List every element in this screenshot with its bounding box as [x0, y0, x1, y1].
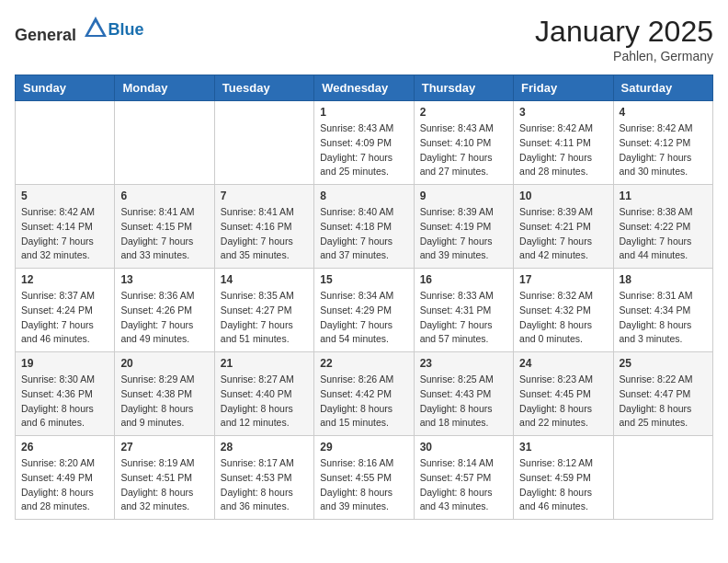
day-info: Sunrise: 8:37 AMSunset: 4:24 PMDaylight:…: [21, 289, 108, 347]
weekday-header: Wednesday: [314, 75, 414, 101]
location-title: Pahlen, Germany: [535, 49, 713, 63]
day-number: 19: [21, 357, 108, 370]
calendar-day-cell: [613, 436, 712, 520]
calendar-day-cell: 27Sunrise: 8:19 AMSunset: 4:51 PMDayligh…: [115, 436, 214, 520]
day-info: Sunrise: 8:16 AMSunset: 4:55 PMDaylight:…: [320, 456, 407, 514]
day-number: 18: [620, 273, 707, 286]
day-info: Sunrise: 8:34 AMSunset: 4:29 PMDaylight:…: [320, 289, 407, 347]
calendar-day-cell: [214, 101, 313, 185]
day-info: Sunrise: 8:43 AMSunset: 4:10 PMDaylight:…: [420, 121, 507, 179]
title-section: January 2025 Pahlen, Germany: [535, 15, 713, 63]
day-info: Sunrise: 8:40 AMSunset: 4:18 PMDaylight:…: [320, 205, 407, 263]
day-info: Sunrise: 8:29 AMSunset: 4:38 PMDaylight:…: [120, 373, 208, 431]
day-number: 24: [519, 357, 607, 370]
day-number: 31: [519, 441, 607, 454]
weekday-header: Thursday: [414, 75, 513, 101]
day-number: 6: [120, 190, 208, 202]
day-number: 12: [21, 273, 108, 286]
day-number: 17: [519, 273, 607, 286]
calendar-day-cell: 26Sunrise: 8:20 AMSunset: 4:49 PMDayligh…: [16, 436, 115, 520]
day-number: 25: [620, 357, 707, 370]
day-number: 28: [221, 441, 308, 454]
calendar-day-cell: 14Sunrise: 8:35 AMSunset: 4:27 PMDayligh…: [214, 269, 313, 352]
calendar-day-cell: 18Sunrise: 8:31 AMSunset: 4:34 PMDayligh…: [613, 269, 712, 352]
day-number: 11: [620, 190, 707, 202]
day-number: 5: [21, 190, 108, 202]
calendar-day-cell: 29Sunrise: 8:16 AMSunset: 4:55 PMDayligh…: [314, 436, 414, 520]
day-info: Sunrise: 8:35 AMSunset: 4:27 PMDaylight:…: [221, 289, 308, 347]
day-info: Sunrise: 8:42 AMSunset: 4:12 PMDaylight:…: [620, 121, 707, 179]
day-number: 21: [221, 357, 308, 370]
calendar-day-cell: 7Sunrise: 8:41 AMSunset: 4:16 PMDaylight…: [214, 185, 313, 269]
weekday-header: Saturday: [613, 75, 712, 101]
day-number: 4: [620, 106, 707, 119]
calendar-table: SundayMondayTuesdayWednesdayThursdayFrid…: [15, 75, 713, 520]
logo-blue: Blue: [108, 20, 144, 39]
day-number: 20: [120, 357, 208, 370]
calendar-day-cell: 3Sunrise: 8:42 AMSunset: 4:11 PMDaylight…: [514, 101, 613, 185]
calendar-day-cell: 5Sunrise: 8:42 AMSunset: 4:14 PMDaylight…: [16, 185, 115, 269]
day-info: Sunrise: 8:26 AMSunset: 4:42 PMDaylight:…: [320, 373, 407, 431]
day-info: Sunrise: 8:31 AMSunset: 4:34 PMDaylight:…: [620, 289, 707, 347]
calendar-day-cell: 21Sunrise: 8:27 AMSunset: 4:40 PMDayligh…: [214, 352, 313, 436]
day-number: 2: [420, 106, 507, 119]
logo-general: General: [15, 26, 76, 44]
day-info: Sunrise: 8:30 AMSunset: 4:36 PMDaylight:…: [21, 373, 108, 431]
calendar-day-cell: 31Sunrise: 8:12 AMSunset: 4:59 PMDayligh…: [514, 436, 613, 520]
calendar-week-row: 26Sunrise: 8:20 AMSunset: 4:49 PMDayligh…: [16, 436, 713, 520]
calendar-day-cell: 6Sunrise: 8:41 AMSunset: 4:15 PMDaylight…: [115, 185, 214, 269]
day-number: 13: [120, 273, 208, 286]
calendar-day-cell: [115, 101, 214, 185]
day-info: Sunrise: 8:39 AMSunset: 4:21 PMDaylight:…: [519, 205, 607, 263]
calendar-day-cell: 24Sunrise: 8:23 AMSunset: 4:45 PMDayligh…: [514, 352, 613, 436]
logo: General Blue: [15, 15, 144, 45]
calendar-day-cell: 30Sunrise: 8:14 AMSunset: 4:57 PMDayligh…: [414, 436, 513, 520]
day-number: 22: [320, 357, 407, 370]
calendar-header-row: SundayMondayTuesdayWednesdayThursdayFrid…: [16, 75, 713, 101]
calendar-day-cell: 1Sunrise: 8:43 AMSunset: 4:09 PMDaylight…: [314, 101, 414, 185]
day-info: Sunrise: 8:27 AMSunset: 4:40 PMDaylight:…: [221, 373, 308, 431]
weekday-header: Sunday: [16, 75, 115, 101]
day-info: Sunrise: 8:43 AMSunset: 4:09 PMDaylight:…: [320, 121, 407, 179]
day-info: Sunrise: 8:14 AMSunset: 4:57 PMDaylight:…: [420, 456, 507, 514]
calendar-day-cell: 10Sunrise: 8:39 AMSunset: 4:21 PMDayligh…: [514, 185, 613, 269]
calendar-week-row: 1Sunrise: 8:43 AMSunset: 4:09 PMDaylight…: [16, 101, 713, 185]
logo-icon: [83, 15, 108, 40]
day-number: 9: [420, 190, 507, 202]
calendar-day-cell: 22Sunrise: 8:26 AMSunset: 4:42 PMDayligh…: [314, 352, 414, 436]
calendar-week-row: 12Sunrise: 8:37 AMSunset: 4:24 PMDayligh…: [16, 269, 713, 352]
calendar-day-cell: 12Sunrise: 8:37 AMSunset: 4:24 PMDayligh…: [16, 269, 115, 352]
calendar-day-cell: 11Sunrise: 8:38 AMSunset: 4:22 PMDayligh…: [613, 185, 712, 269]
calendar-day-cell: 15Sunrise: 8:34 AMSunset: 4:29 PMDayligh…: [314, 269, 414, 352]
day-number: 15: [320, 273, 407, 286]
weekday-header: Monday: [115, 75, 214, 101]
day-number: 16: [420, 273, 507, 286]
calendar-day-cell: 19Sunrise: 8:30 AMSunset: 4:36 PMDayligh…: [16, 352, 115, 436]
calendar-day-cell: 23Sunrise: 8:25 AMSunset: 4:43 PMDayligh…: [414, 352, 513, 436]
weekday-header: Tuesday: [214, 75, 313, 101]
day-info: Sunrise: 8:42 AMSunset: 4:11 PMDaylight:…: [519, 121, 607, 179]
day-number: 7: [221, 190, 308, 202]
day-info: Sunrise: 8:33 AMSunset: 4:31 PMDaylight:…: [420, 289, 507, 347]
calendar-week-row: 5Sunrise: 8:42 AMSunset: 4:14 PMDaylight…: [16, 185, 713, 269]
calendar-day-cell: 8Sunrise: 8:40 AMSunset: 4:18 PMDaylight…: [314, 185, 414, 269]
day-number: 30: [420, 441, 507, 454]
calendar-day-cell: 13Sunrise: 8:36 AMSunset: 4:26 PMDayligh…: [115, 269, 214, 352]
day-number: 29: [320, 441, 407, 454]
page-header: General Blue January 2025 Pahlen, German…: [15, 15, 713, 63]
day-info: Sunrise: 8:22 AMSunset: 4:47 PMDaylight:…: [620, 373, 707, 431]
day-info: Sunrise: 8:20 AMSunset: 4:49 PMDaylight:…: [21, 456, 108, 514]
day-number: 23: [420, 357, 507, 370]
day-info: Sunrise: 8:12 AMSunset: 4:59 PMDaylight:…: [519, 456, 607, 514]
calendar-day-cell: 20Sunrise: 8:29 AMSunset: 4:38 PMDayligh…: [115, 352, 214, 436]
day-info: Sunrise: 8:38 AMSunset: 4:22 PMDaylight:…: [620, 205, 707, 263]
day-info: Sunrise: 8:41 AMSunset: 4:15 PMDaylight:…: [120, 205, 208, 263]
day-number: 8: [320, 190, 407, 202]
day-number: 10: [519, 190, 607, 202]
calendar-day-cell: 9Sunrise: 8:39 AMSunset: 4:19 PMDaylight…: [414, 185, 513, 269]
month-year-title: January 2025: [535, 15, 713, 49]
day-info: Sunrise: 8:25 AMSunset: 4:43 PMDaylight:…: [420, 373, 507, 431]
calendar-day-cell: 17Sunrise: 8:32 AMSunset: 4:32 PMDayligh…: [514, 269, 613, 352]
day-number: 3: [519, 106, 607, 119]
day-info: Sunrise: 8:42 AMSunset: 4:14 PMDaylight:…: [21, 205, 108, 263]
